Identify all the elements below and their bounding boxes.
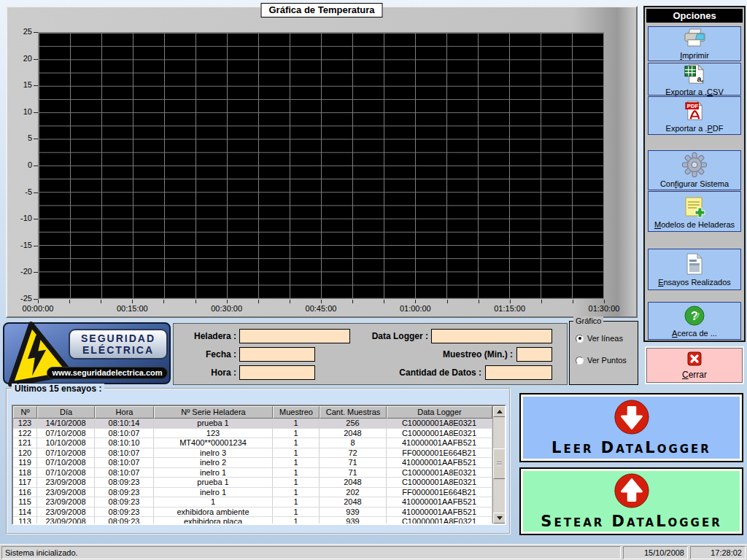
x-axis-tick: 01:30:00 xyxy=(575,304,633,313)
table-cell: 2048 xyxy=(320,497,387,508)
ensayos-table: NºDíaHoraNº Serie HeladeraMuestreoCant. … xyxy=(12,405,506,525)
radio-label: Ver Puntos xyxy=(587,356,627,365)
table-cell: 113 xyxy=(13,517,37,525)
ensayo-info-form: Heladera : Data Logger : Fecha : Muestre… xyxy=(173,323,568,385)
table-row[interactable]: 11323/09/200808:09:23exhibidora placa193… xyxy=(13,517,492,525)
imprimir-button[interactable]: Imprimir xyxy=(648,26,741,61)
download-arrow-icon xyxy=(614,399,650,437)
table-cell: 08:10:07 xyxy=(95,429,154,439)
chart-plot-area xyxy=(38,32,604,299)
table-cell: 1 xyxy=(273,458,320,468)
column-header[interactable]: Data Logger xyxy=(387,406,492,419)
y-axis-tick: 15 xyxy=(9,80,32,89)
column-header[interactable]: Hora xyxy=(95,406,154,419)
table-cell: 1 xyxy=(154,497,273,508)
svg-text:?: ? xyxy=(691,310,698,322)
table-cell: 1 xyxy=(273,448,320,459)
table-cell: 114 xyxy=(13,508,37,518)
table-row[interactable]: 11523/09/200808:09:23112048410000001AAFB… xyxy=(13,497,492,508)
table-cell: 2048 xyxy=(320,429,387,439)
radio-ver-lineas[interactable]: Ver líneas xyxy=(576,334,623,343)
y-axis-tick: 0 xyxy=(9,160,32,169)
table-cell: 410000001AAFB521 xyxy=(387,497,492,508)
button-label: Imprimir xyxy=(680,51,709,60)
modelos-button[interactable]: Modelos de Heladeras xyxy=(648,191,741,232)
column-header[interactable]: Cant. Muestras xyxy=(320,406,387,419)
config-button[interactable]: Configurar Sistema xyxy=(648,150,741,190)
data-logger-field[interactable] xyxy=(431,329,552,343)
close-x-icon xyxy=(687,351,702,368)
notepad-plus-icon xyxy=(682,195,707,219)
radio-button-icon[interactable] xyxy=(576,357,584,365)
table-cell: 08:09:23 xyxy=(95,478,154,488)
scrollbar-thumb[interactable] xyxy=(493,448,506,479)
table-cell: 08:09:23 xyxy=(95,488,154,498)
ultimos-ensayos-title: Últimos 15 ensayos : xyxy=(12,384,104,394)
acerca-button[interactable]: ?Acerca de ... xyxy=(648,302,741,340)
table-cell: FF0000001E664B21 xyxy=(387,488,492,498)
logo-line2: ELÉCTRICA xyxy=(71,344,165,356)
arrow-up-icon xyxy=(497,410,503,413)
scroll-down-button[interactable] xyxy=(493,513,506,524)
x-axis-tickmarks xyxy=(38,300,605,303)
printer-icon xyxy=(683,28,707,50)
excel-csv-icon: a, xyxy=(684,63,706,87)
column-header[interactable]: Muestreo xyxy=(273,406,320,419)
table-row[interactable]: 11723/09/200808:09:23prueba 112048C10000… xyxy=(13,478,492,488)
table-cell: 23/09/2008 xyxy=(37,497,95,508)
table-cell: 116 xyxy=(13,488,37,498)
table-cell: exhibidora ambiente xyxy=(154,508,273,518)
muestreo-field[interactable] xyxy=(516,347,552,362)
table-cell: 1 xyxy=(273,508,320,518)
column-header[interactable]: Día xyxy=(37,406,95,419)
cerrar-button[interactable]: Cerrar xyxy=(646,348,743,383)
heladera-field[interactable] xyxy=(239,329,350,343)
table-cell: 123 xyxy=(154,429,273,439)
table-row[interactable]: 11807/10/200808:10:07inelro 1171C1000000… xyxy=(13,468,492,478)
radio-ver-puntos[interactable]: Ver Puntos xyxy=(576,356,627,365)
table-row[interactable]: 11623/09/200808:09:23inelro 11202FF00000… xyxy=(13,488,492,498)
table-cell: 1 xyxy=(273,429,320,439)
hora-field[interactable] xyxy=(239,365,315,380)
table-cell: 08:09:23 xyxy=(95,508,154,518)
radio-button-icon[interactable] xyxy=(576,335,584,343)
button-label: Configurar Sistema xyxy=(660,179,729,188)
table-scrollbar[interactable] xyxy=(492,406,505,524)
table-cell: 1 xyxy=(273,517,320,525)
column-header[interactable]: Nº xyxy=(13,406,37,419)
csv-button[interactable]: a,Exportar a .CSV xyxy=(648,63,741,96)
radio-label: Ver líneas xyxy=(587,334,623,343)
document-icon xyxy=(684,252,705,277)
fecha-field[interactable] xyxy=(239,347,315,362)
button-label: Exportar a .PDF xyxy=(666,124,724,133)
button-label: Exportar a .CSV xyxy=(665,88,724,96)
table-cell: 939 xyxy=(320,508,387,518)
table-row[interactable]: 11423/09/200808:09:23exhibidora ambiente… xyxy=(13,508,492,518)
table-cell: 119 xyxy=(13,458,37,468)
table-cell: 202 xyxy=(320,488,387,498)
table-cell: 71 xyxy=(320,458,387,468)
table-cell: inelro 1 xyxy=(154,488,273,498)
table-row[interactable]: 11907/10/200808:10:07inelro 217141000000… xyxy=(13,458,492,468)
setear-datalogger-label: Setear DataLogger xyxy=(541,513,721,530)
logo-line1: SEGURIDAD xyxy=(71,332,165,344)
cantidad-datos-field[interactable] xyxy=(485,365,552,380)
y-axis-tick: 5 xyxy=(9,133,32,142)
table-cell: 410000001AAFB521 xyxy=(387,508,492,518)
table-cell: 1 xyxy=(273,419,320,429)
setear-datalogger-button[interactable]: Setear DataLogger xyxy=(519,467,743,535)
table-cell: C10000001A8E0321 xyxy=(387,429,492,439)
scroll-up-button[interactable] xyxy=(493,406,506,417)
logo-url: www.seguridadelectrica.com xyxy=(47,367,168,379)
pdf-button[interactable]: PDFExportar a .PDF xyxy=(648,96,741,135)
table-row[interactable]: 12007/10/200808:10:07inelro 3172FF000000… xyxy=(13,448,492,459)
button-label: Ensayos Realizados xyxy=(658,278,731,287)
table-row[interactable]: 12314/10/200808:10:14prueba 11256C100000… xyxy=(13,419,492,429)
column-header[interactable]: Nº Serie Heladera xyxy=(154,406,273,419)
ensayos-button[interactable]: Ensayos Realizados xyxy=(648,249,741,290)
table-cell: 07/10/2008 xyxy=(37,468,95,478)
table-row[interactable]: 12110/10/200808:10:10MT400**000012341841… xyxy=(13,438,492,448)
leer-datalogger-button[interactable]: Leer DataLogger xyxy=(519,393,743,462)
hora-label: Hora : xyxy=(174,368,236,378)
table-row[interactable]: 12207/10/200808:10:0712312048C10000001A8… xyxy=(13,429,492,439)
